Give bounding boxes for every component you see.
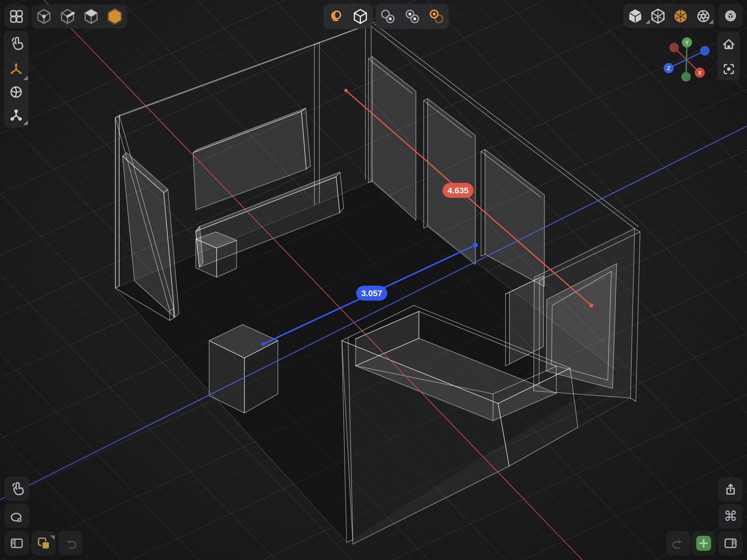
small-box[interactable] <box>196 232 237 277</box>
gizmo-axis-pos-y[interactable]: Y <box>682 37 692 48</box>
lasso-panel <box>5 504 29 528</box>
gizmo-axis-pos-x[interactable]: X <box>695 68 705 78</box>
hex-body-icon <box>109 9 121 23</box>
select-body-button[interactable] <box>109 9 121 23</box>
gizmo-label-z: Z <box>667 65 670 71</box>
left-toggle-panel <box>5 531 29 555</box>
gizmo-axis-neg-x[interactable] <box>669 43 679 52</box>
redo-panel <box>666 531 690 555</box>
undo-panel <box>58 531 82 555</box>
measurement-blue-value: 3.057 <box>361 289 382 298</box>
gear-icon <box>726 11 735 20</box>
gizmo-label-x: X <box>698 70 702 76</box>
add-button[interactable] <box>696 536 711 551</box>
apps-panel <box>5 5 28 28</box>
right-toggle-panel <box>719 531 743 555</box>
plus-green-icon <box>696 536 711 551</box>
svg-text:⌘: ⌘ <box>724 508 738 524</box>
measurement-red-value: 4.635 <box>447 186 468 195</box>
gizmo-axis-neg-y[interactable] <box>681 72 691 82</box>
floor-box[interactable] <box>209 325 278 413</box>
gizmo-axis-pos-b[interactable] <box>700 46 710 56</box>
viewport-canvas[interactable]: 4.635 3.057 YZX <box>0 0 747 560</box>
viewport[interactable]: 4.635 3.057 YZX <box>0 0 747 560</box>
gizmo-label-y: Y <box>685 40 689 46</box>
command-icon: ⌘ <box>724 508 738 524</box>
view-shortcut-panel <box>718 32 740 80</box>
shortcuts-button[interactable]: ⌘ <box>724 508 738 524</box>
settings-button[interactable] <box>726 11 735 20</box>
gizmo-axis-pos-z[interactable]: Z <box>664 63 674 73</box>
center-left-panel <box>324 4 372 29</box>
